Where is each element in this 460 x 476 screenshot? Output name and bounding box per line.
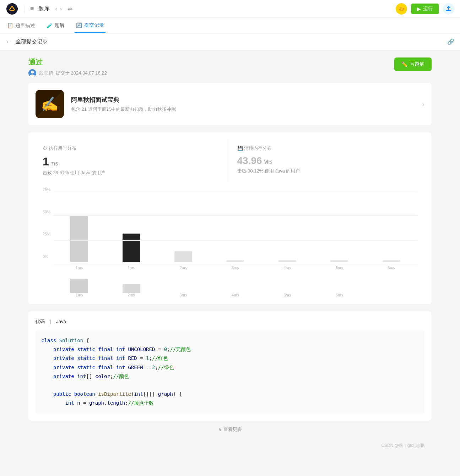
svg-point-0 (6, 3, 18, 15)
time-stats: ⏱ 执行用时分布 1ms 击败 39.57% 使用 Java 的用户 (36, 139, 230, 182)
tab-description[interactable]: 📋 题目描述 (6, 22, 37, 29)
chart-inner (53, 191, 417, 266)
footer: CSDN @殷丨grd_志鹏 (28, 438, 432, 453)
code-line-blank (41, 381, 419, 390)
code-line-2: private static final int UNCOLORED = 0;/… (41, 345, 419, 354)
bar-3ms (226, 260, 244, 262)
write-solution-button[interactable]: ✏️ 写题解 (394, 58, 432, 71)
ad-logo: ✍ (36, 90, 64, 118)
time-value: 1ms (43, 155, 223, 168)
y-label-25: 25% (43, 232, 50, 236)
code-line-7: int n = graph.length;//顶点个数 (41, 399, 419, 407)
submission-header: ← 全部提交记录 🔗 (0, 33, 460, 50)
bar2-2 (123, 284, 140, 293)
ad-arrow-icon: › (422, 100, 424, 108)
bar-group-6ms (369, 260, 414, 262)
grid-line-75 (53, 191, 417, 191)
code-label: 代码 (36, 319, 45, 324)
mem-label: 💾 消耗内存分布 (237, 145, 418, 152)
code-line-6: public boolean isBipartite(int[][] graph… (41, 390, 419, 399)
app-logo[interactable] (6, 2, 18, 15)
chart-area2: 1ms 2ms 3ms 4ms 5ms 6ms (36, 270, 424, 297)
xlabel2-6ms: 6ms (317, 293, 362, 297)
bar2-group-1 (57, 279, 102, 293)
xlabel-2ms: 2ms (161, 266, 206, 270)
code-line-1: class Solution { (41, 336, 419, 345)
bar-5ms (330, 260, 348, 262)
xlabel-3ms: 3ms (213, 266, 258, 270)
tab-submissions[interactable]: 🔄 提交记录 (75, 18, 105, 33)
next-arrow[interactable]: › (60, 6, 62, 12)
sub-nav: 📋 题目描述 🧪 题解 🔄 提交记录 (0, 18, 460, 33)
bar-group-1ms-user (109, 234, 153, 262)
bar-group-4ms (265, 260, 310, 262)
write-solution-label: 写题解 (410, 61, 424, 67)
y-label-50: 50% (43, 210, 50, 214)
chart-area: 75% 50% 25% 0% (36, 187, 424, 270)
chart-yaxis: 75% 50% 25% 0% (43, 187, 50, 258)
bar-6ms (383, 260, 400, 262)
y-label-75: 75% (43, 187, 50, 192)
chart-xlabels2: 1ms 2ms 3ms 4ms 5ms 6ms (53, 293, 417, 297)
mem-value: 43.96MB (237, 155, 418, 166)
back-button[interactable]: ← (6, 39, 11, 45)
tab-solution[interactable]: 🧪 题解 (45, 22, 66, 29)
status-submitter: 殷志鹏 提交于 2024.04.07 16:22 (28, 69, 107, 77)
xlabel2-4ms: 4ms (213, 293, 258, 297)
code-header: 代码 ｜ Java (36, 318, 424, 325)
xlabel2-1ms: 1ms (57, 293, 102, 297)
view-more-label: 查看更多 (223, 426, 242, 433)
status-left: 通过 殷志鹏 提交于 2024.04.07 16:22 (28, 58, 107, 77)
ad-card[interactable]: ✍ 阿里秋招面试宝典 包含 21 道阿里面试中的最新力扣题，助力秋招冲刺 › (28, 83, 432, 125)
y-label-0: 0% (43, 254, 50, 258)
list-icon: ≡ (30, 5, 34, 12)
time-beat: 击败 39.57% 使用 Java 的用户 (43, 170, 223, 176)
top-nav: ≡ 题库 ‹ › ⇌ 🤝 ▶ 运行 (0, 0, 460, 18)
svg-point-2 (31, 71, 34, 73)
code-line-4: private static final int GREEN = 2;//绿色 (41, 363, 419, 372)
xlabel-4ms: 4ms (265, 266, 310, 270)
status-pass: 通过 (28, 58, 107, 67)
view-more-button[interactable]: ∨ 查看更多 (218, 426, 242, 433)
ad-title: 阿里秋招面试宝典 (71, 96, 415, 104)
nav-divider (24, 5, 25, 13)
description-icon: 📋 (7, 23, 13, 28)
bar-2ms (174, 251, 192, 262)
prev-arrow[interactable]: ‹ (55, 6, 57, 12)
code-line-5: private int[] color;//颜色 (41, 372, 419, 381)
nav-right: 🤝 ▶ 运行 (396, 3, 454, 15)
tab-submissions-label: 提交记录 (84, 22, 104, 28)
submitter-name: 殷志鹏 (39, 70, 53, 76)
ad-desc: 包含 21 道阿里面试中的最新力扣题，助力秋招冲刺 (71, 106, 415, 113)
xlabel2-3ms: 3ms (161, 293, 206, 297)
stats-card: ⏱ 执行用时分布 1ms 击败 39.57% 使用 Java 的用户 💾 消耗内… (28, 132, 432, 304)
main-content: 通过 殷志鹏 提交于 2024.04.07 16:22 ✏️ 写题解 (0, 50, 460, 460)
status-section: 通过 殷志鹏 提交于 2024.04.07 16:22 ✏️ 写题解 (28, 58, 432, 77)
avatar-icon[interactable]: 🤝 (396, 3, 407, 15)
mem-beat: 击败 30.12% 使用 Java 的用户 (237, 168, 418, 174)
link-icon[interactable]: 🔗 (447, 38, 454, 45)
grid-line-0 (53, 265, 417, 265)
time-label: ⏱ 执行用时分布 (43, 145, 223, 152)
code-section: 代码 ｜ Java class Solution { private stati… (28, 311, 432, 421)
bar-4ms (278, 260, 296, 262)
edit-icon: ✏️ (401, 61, 407, 67)
ad-content: 阿里秋招面试宝典 包含 21 道阿里面试中的最新力扣题，助力秋招冲刺 (71, 96, 415, 113)
xlabel-6ms: 6ms (369, 266, 414, 270)
bar-group-2ms (161, 251, 206, 262)
lang-label: Java (56, 319, 66, 324)
view-more[interactable]: ∨ 查看更多 (28, 421, 432, 438)
upload-button[interactable] (443, 3, 454, 15)
tab-description-label: 题目描述 (15, 22, 35, 29)
stats-grid: ⏱ 执行用时分布 1ms 击败 39.57% 使用 Java 的用户 💾 消耗内… (36, 139, 424, 182)
xlabel-1ms: 1ms (57, 266, 102, 270)
submissions-icon: 🔄 (76, 22, 82, 28)
bar-1ms-light (70, 216, 88, 262)
bars-container (53, 191, 417, 262)
run-button[interactable]: ▶ 运行 (411, 4, 439, 14)
solution-icon: 🧪 (47, 23, 53, 28)
grid-line-50 (53, 215, 417, 216)
chart-xlabels: 1ms 1ms 2ms 3ms 4ms 5ms 6ms (53, 266, 417, 270)
shuffle-icon[interactable]: ⇌ (67, 5, 72, 12)
xlabel2-2ms: 2ms (109, 293, 153, 297)
